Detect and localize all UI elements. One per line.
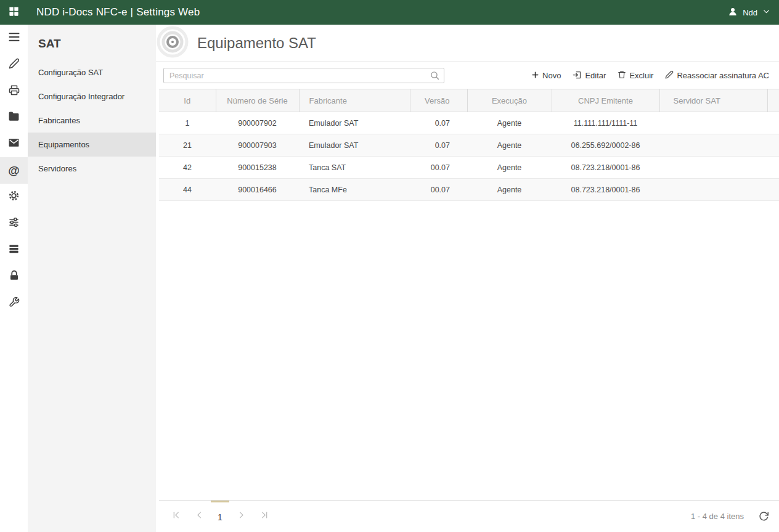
arrow-left-icon — [195, 510, 204, 522]
excluir-button[interactable]: Excluir — [618, 70, 653, 81]
cell-fabricante: Tanca SAT — [299, 157, 410, 179]
search-icon — [430, 70, 440, 83]
cell-fabricante: Emulador SAT — [299, 134, 410, 157]
ripple-logo-icon — [157, 26, 189, 60]
iconbar-item-tools[interactable] — [0, 290, 28, 316]
cell-filler — [767, 134, 779, 157]
sidebar-item-label: Configuração SAT — [38, 68, 103, 77]
edit-icon — [573, 70, 582, 81]
sidebar-item-servidores[interactable]: Servidores — [28, 157, 156, 181]
sidebar-item-configuracao-integrador[interactable]: Configuração Integrador — [28, 84, 156, 108]
page-title: Equipamento SAT — [197, 35, 316, 52]
novo-button[interactable]: Novo — [531, 71, 561, 81]
reassociar-label: Reassociar assinatura AC — [677, 71, 769, 80]
toolbar-actions: Novo Editar Excluir Reassociar assinatur… — [531, 70, 769, 81]
user-menu[interactable]: Ndd — [728, 7, 770, 18]
cell-servidor-sat — [659, 157, 767, 179]
column-header-versao[interactable]: Versão — [410, 89, 467, 112]
pager-right: 1 - 4 de 4 itens — [691, 511, 769, 522]
pager-info: 1 - 4 de 4 itens — [691, 512, 744, 521]
sidebar-item-equipamentos[interactable]: Equipamentos — [28, 133, 156, 157]
cell-cnpj: 06.255.692/0002-86 — [552, 134, 659, 157]
column-header-numero-serie[interactable]: Número de Série — [216, 89, 299, 112]
cell-cnpj: 11.111.111/1111-11 — [552, 112, 659, 134]
cell-versao: 00.07 — [410, 179, 467, 201]
pager-first-button[interactable] — [164, 501, 187, 532]
editar-button[interactable]: Editar — [573, 70, 606, 81]
sidebar-item-label: Equipamentos — [38, 140, 89, 149]
cell-filler — [767, 157, 779, 179]
pager: 1 1 - 4 de 4 itens — [159, 500, 779, 532]
cell-versao: 0.07 — [410, 134, 467, 157]
column-header-id[interactable]: Id — [159, 89, 216, 112]
cell-numero-serie: 900015238 — [216, 157, 299, 179]
iconbar-item-servers[interactable] — [0, 237, 28, 263]
app-grid-button[interactable] — [0, 6, 28, 20]
iconbar-item-settings[interactable] — [0, 184, 28, 210]
iconbar-item-design[interactable] — [0, 51, 28, 78]
pager-next-button[interactable] — [229, 501, 253, 532]
cell-execucao: Agente — [467, 112, 552, 134]
cell-id: 1 — [159, 112, 216, 134]
cell-filler — [767, 179, 779, 201]
sidebar-item-fabricantes[interactable]: Fabricantes — [28, 108, 156, 133]
sidebar-item-label: Configuração Integrador — [38, 92, 124, 101]
user-name: Ndd — [743, 8, 757, 17]
lock-icon — [9, 270, 20, 284]
iconbar-item-sat[interactable]: @ — [0, 157, 28, 184]
cell-fabricante: Emulador SAT — [299, 112, 410, 134]
plus-icon — [531, 71, 539, 81]
column-header-execucao[interactable]: Execução — [467, 89, 552, 112]
app-title: NDD i-Docs NFC-e | Settings Web — [36, 6, 200, 18]
cell-cnpj: 08.723.218/0001-86 — [552, 179, 659, 201]
sidebar-title: SAT — [28, 25, 156, 60]
topbar: NDD i-Docs NFC-e | Settings Web Ndd — [0, 0, 779, 25]
user-icon — [728, 7, 738, 18]
table-body: 1 900007902 Emulador SAT 0.07 Agente 11.… — [159, 112, 779, 201]
refresh-button[interactable] — [759, 511, 769, 522]
pager-last-button[interactable] — [253, 501, 276, 532]
iconbar-item-preferences[interactable] — [0, 210, 28, 237]
cell-filler — [767, 112, 779, 134]
cell-versao: 00.07 — [410, 157, 467, 179]
search-box — [163, 68, 444, 83]
table-row[interactable]: 21 900007903 Emulador SAT 0.07 Agente 06… — [159, 134, 779, 157]
iconbar-item-security[interactable] — [0, 263, 28, 290]
column-header-servidor-sat[interactable]: Servidor SAT — [659, 89, 767, 112]
chevron-down-icon — [762, 7, 770, 17]
cell-cnpj: 08.723.218/0001-86 — [552, 157, 659, 179]
iconbar-item-printers[interactable] — [0, 78, 28, 104]
reassociar-button[interactable]: Reassociar assinatura AC — [665, 70, 769, 81]
cell-execucao: Agente — [467, 134, 552, 157]
at-icon: @ — [8, 164, 20, 178]
iconbar-item-mail[interactable] — [0, 131, 28, 157]
table-header: Id Número de Série Fabricante Versão Exe… — [159, 89, 779, 112]
iconbar-item-files[interactable] — [0, 104, 28, 131]
cell-versao: 0.07 — [410, 112, 467, 134]
table-row[interactable]: 44 900016466 Tanca MFe 00.07 Agente 08.7… — [159, 179, 779, 201]
pager-prev-button[interactable] — [187, 501, 211, 532]
iconbar-item-menu[interactable] — [0, 25, 28, 51]
grid-icon — [8, 6, 20, 20]
column-header-fabricante[interactable]: Fabricante — [299, 89, 410, 112]
grid-toolbar: Novo Editar Excluir Reassociar assinatur… — [156, 62, 779, 89]
cell-id: 21 — [159, 134, 216, 157]
stack-icon — [8, 243, 20, 257]
sidebar-item-configuracao-sat[interactable]: Configuração SAT — [28, 60, 156, 84]
novo-label: Novo — [542, 71, 561, 80]
cell-fabricante: Tanca MFe — [299, 179, 410, 201]
trash-icon — [618, 70, 626, 81]
search-input[interactable] — [163, 68, 444, 83]
sidebar-item-label: Servidores — [38, 164, 76, 173]
main-content: Equipamento SAT Novo Editar — [156, 25, 779, 532]
table-row[interactable]: 42 900015238 Tanca SAT 00.07 Agente 08.7… — [159, 157, 779, 179]
cell-servidor-sat — [659, 112, 767, 134]
column-header-cnpj[interactable]: CNPJ Emitente — [552, 89, 659, 112]
cell-servidor-sat — [659, 134, 767, 157]
table-row[interactable]: 1 900007902 Emulador SAT 0.07 Agente 11.… — [159, 112, 779, 134]
seek-last-icon — [260, 510, 269, 522]
pager-page-1[interactable]: 1 — [211, 501, 229, 532]
menu-icon — [8, 31, 20, 46]
seek-first-icon — [171, 510, 181, 522]
mail-icon — [8, 137, 20, 151]
